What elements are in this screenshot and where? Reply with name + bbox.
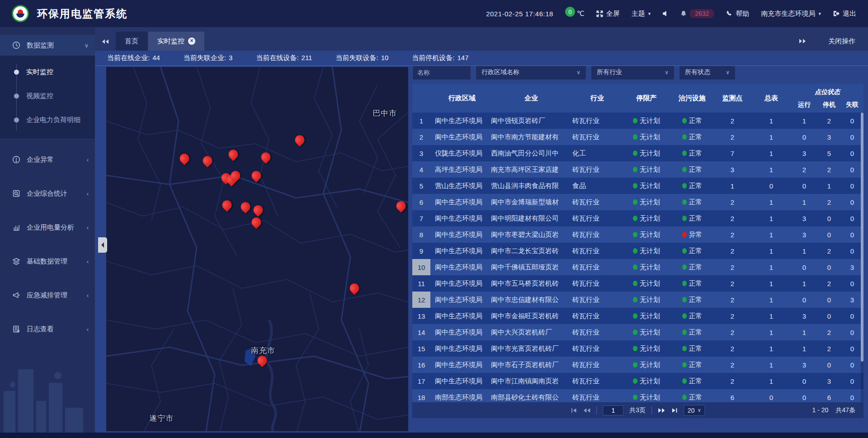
table-row[interactable]: 6阆中生态环境局阆中市金博瑞新型墙材砖瓦行业无计划正常21120 bbox=[412, 194, 863, 210]
table-row[interactable]: 11阆中生态环境局阆中市五马桥页岩机砖砖瓦行业无计划正常21120 bbox=[412, 275, 863, 292]
map-pin-icon[interactable] bbox=[295, 135, 304, 145]
map-pin-icon[interactable] bbox=[258, 356, 267, 365]
notification-area[interactable]: 2632 bbox=[680, 9, 714, 18]
stat-label: 当前失联企业: bbox=[184, 54, 226, 62]
table-scrollbar[interactable] bbox=[861, 113, 863, 402]
map-pin-icon[interactable] bbox=[231, 171, 240, 180]
megaphone-icon bbox=[12, 291, 21, 300]
table-row[interactable]: 1阆中生态环境局阆中强锐页岩砖厂砖瓦行业无计划正常21120 bbox=[412, 113, 863, 129]
table-row[interactable]: 9阆中生态环境局阆中市二龙长宝页岩砖砖瓦行业无计划正常21120 bbox=[412, 243, 863, 259]
tab-home[interactable]: 首页 bbox=[116, 32, 147, 51]
table-row[interactable]: 12阆中生态环境局阆中市忠信建材有限公砖瓦行业无计划正常21003 bbox=[412, 292, 863, 308]
theme-dropdown[interactable]: 主题 ▾ bbox=[632, 9, 651, 18]
table-row[interactable]: 7阆中生态环境局阆中明阳建材有限公司砖瓦行业无计划正常21300 bbox=[412, 210, 863, 226]
row-enterprise: 南充市高坪区王家店建 bbox=[489, 161, 571, 178]
header-运行: 运行 bbox=[791, 97, 817, 113]
sidebar-subitem-企业电力负荷明细[interactable]: 企业电力负荷明细 bbox=[0, 108, 95, 132]
table-row[interactable]: 5营山生态环境局营山县润丰肉食品有限食品无计划正常10010 bbox=[412, 178, 863, 194]
row-region: 阆中生态环境局 bbox=[430, 373, 489, 389]
table-row[interactable]: 8阆中生态环境局阆中市枣碧大梁山页岩砖瓦行业无计划异常21300 bbox=[412, 226, 863, 243]
row-enterprise: 阆中市忠信建材有限公 bbox=[489, 292, 571, 308]
sidebar-subitem-实时监控[interactable]: 实时监控 bbox=[0, 60, 95, 84]
map-pin-icon[interactable] bbox=[254, 205, 263, 215]
tab-realtime-monitoring[interactable]: 实时监控 × bbox=[148, 32, 204, 51]
row-stop-status: 无计划 bbox=[622, 243, 671, 259]
chevron-down-icon: ▾ bbox=[648, 11, 651, 17]
status-dot-green bbox=[682, 134, 687, 140]
table-row[interactable]: 15阆中生态环境局阆中市光富页岩机砖厂砖瓦行业无计划正常21120 bbox=[412, 340, 863, 357]
table-row[interactable]: 17阆中生态环境局阆中市江南镇阆南页岩砖瓦行业无计划正常21030 bbox=[412, 373, 863, 389]
row-enterprise: 营山县润丰肉食品有限 bbox=[489, 178, 571, 194]
status-dot-green bbox=[682, 199, 687, 205]
sidebar-item-3[interactable]: 企业用电量分析‹ bbox=[0, 215, 95, 240]
map-pin-icon[interactable] bbox=[350, 283, 359, 293]
sidebar-section: 数据监测∨实时监控视频监控企业电力负荷明细 bbox=[0, 27, 95, 139]
mute-speaker-icon[interactable] bbox=[662, 10, 669, 17]
map-pin-icon[interactable] bbox=[203, 156, 212, 165]
tabs-scroll-left-button[interactable] bbox=[95, 33, 116, 51]
map-pin-icon[interactable] bbox=[251, 171, 261, 180]
sidebar-section: 企业用电量分析‹ bbox=[0, 211, 95, 241]
row-region: 营山生态环境局 bbox=[430, 178, 489, 194]
status-dot-green bbox=[682, 313, 687, 319]
row-monitor-points: 2 bbox=[713, 259, 751, 275]
stat-value: 44 bbox=[152, 54, 160, 62]
sidebar-subitem-视频监控[interactable]: 视频监控 bbox=[0, 84, 95, 108]
table-row[interactable]: 18南部生态环境局南部县砂化土砖有限公砖瓦行业无计划正常60060 bbox=[412, 389, 863, 402]
fullscreen-button[interactable]: 全屏 bbox=[596, 9, 620, 18]
row-facility-status: 正常 bbox=[671, 340, 713, 357]
last-page-button[interactable] bbox=[671, 408, 678, 413]
status-filter-select[interactable]: 所有状态 ∨ bbox=[679, 65, 736, 80]
sidebar-item-4[interactable]: 基础数据管理‹ bbox=[0, 249, 95, 274]
map-pin-icon[interactable] bbox=[261, 152, 270, 162]
sidebar-item-2[interactable]: 企业综合统计‹ bbox=[0, 181, 95, 206]
map-city-label: 南充市 bbox=[251, 345, 275, 356]
prev-page-button[interactable] bbox=[583, 408, 590, 413]
row-index: 17 bbox=[412, 373, 430, 389]
map-pin-icon[interactable] bbox=[241, 202, 250, 212]
row-disconnected: 0 bbox=[841, 161, 863, 178]
region-filter-select[interactable]: 行政区域名称 ∨ bbox=[476, 65, 586, 80]
header-行业: 行业 bbox=[571, 84, 622, 113]
map-pin-icon[interactable] bbox=[396, 201, 406, 211]
next-page-button[interactable] bbox=[658, 408, 665, 413]
row-running: 1 bbox=[791, 194, 817, 210]
sidebar-section: 企业异常‹ bbox=[0, 143, 95, 173]
industry-filter-select[interactable]: 所有行业 ∨ bbox=[591, 65, 675, 80]
close-icon[interactable]: × bbox=[188, 38, 195, 45]
tabs-scroll-right-button[interactable] bbox=[792, 32, 813, 50]
map-canvas[interactable]: 巴中市南充市遂宁市 bbox=[106, 67, 408, 431]
table-row[interactable]: 10阆中生态环境局阆中千佛镇五郎垭页岩砖瓦行业无计划正常21003 bbox=[412, 259, 863, 275]
table-row[interactable]: 14阆中生态环境局阆中大兴页岩机砖厂砖瓦行业无计划正常21120 bbox=[412, 324, 863, 340]
sidebar-item-1[interactable]: 企业异常‹ bbox=[0, 147, 95, 172]
map-pin-icon[interactable] bbox=[222, 200, 232, 210]
logout-button[interactable]: 退出 bbox=[833, 9, 856, 18]
sidebar-collapse-handle[interactable] bbox=[98, 237, 107, 253]
map-pin-icon[interactable] bbox=[251, 217, 261, 227]
map-pin-icon[interactable] bbox=[228, 150, 238, 159]
row-index: 5 bbox=[412, 178, 430, 194]
table-row[interactable]: 16阆中生态环境局阆中市石子页岩机砖厂砖瓦行业无计划正常21300 bbox=[412, 357, 863, 373]
name-filter-input[interactable] bbox=[412, 65, 471, 80]
first-page-button[interactable] bbox=[571, 408, 577, 413]
row-disconnected: 0 bbox=[841, 357, 863, 373]
logout-label: 退出 bbox=[843, 9, 856, 18]
help-button[interactable]: 帮助 bbox=[726, 9, 749, 18]
status-dot-green bbox=[633, 264, 637, 270]
table-row[interactable]: 4高坪生态环境局南充市高坪区王家店建砖瓦行业无计划正常31220 bbox=[412, 161, 863, 178]
table-row[interactable]: 13阆中生态环境局阆中市金福旺页岩机砖砖瓦行业无计划正常21300 bbox=[412, 308, 863, 324]
sidebar-item-5[interactable]: 应急减排管理‹ bbox=[0, 283, 95, 308]
org-dropdown[interactable]: 南充市生态环境局 ▾ bbox=[761, 9, 821, 18]
row-disconnected: 0 bbox=[841, 340, 863, 357]
row-industry: 砖瓦行业 bbox=[571, 275, 622, 292]
row-index: 7 bbox=[412, 210, 430, 226]
close-operations-dropdown[interactable]: 关闭操作 bbox=[828, 37, 855, 46]
map-pin-icon[interactable] bbox=[180, 154, 189, 163]
table-row[interactable]: 2阆中生态环境局阆中市南方节能建材有砖瓦行业无计划正常21030 bbox=[412, 129, 863, 145]
page-size-select[interactable]: 20 ∨ bbox=[684, 405, 705, 416]
row-monitor-points: 2 bbox=[713, 129, 751, 145]
sidebar-item-0[interactable]: 数据监测∨ bbox=[0, 35, 95, 56]
page-number-input[interactable] bbox=[603, 405, 623, 415]
sidebar-item-6[interactable]: 日志查看‹ bbox=[0, 316, 95, 342]
table-row[interactable]: 3仪陇生态环境局西南油气田分公司川中化工无计划正常71350 bbox=[412, 145, 863, 161]
